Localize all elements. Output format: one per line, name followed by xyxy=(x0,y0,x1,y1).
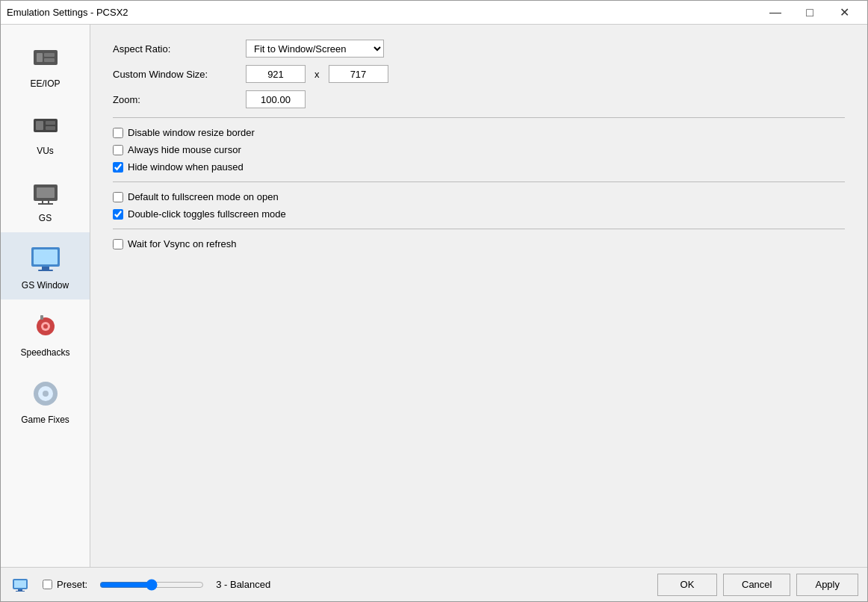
svg-rect-27 xyxy=(16,591,25,592)
close-button[interactable]: ✕ xyxy=(827,1,861,25)
divider-1 xyxy=(113,117,845,118)
divider-2 xyxy=(113,181,845,182)
hide-mouse-label[interactable]: Always hide mouse cursor xyxy=(128,144,241,155)
preset-value: 3 - Balanced xyxy=(216,579,270,590)
sidebar-item-vus[interactable]: VUs xyxy=(1,98,90,165)
vus-icon xyxy=(28,107,63,143)
dblclick-fullscreen-checkbox[interactable] xyxy=(113,209,123,220)
ok-button[interactable]: OK xyxy=(657,574,717,596)
sidebar-label-ee-iop: EE/IOP xyxy=(30,78,60,89)
checkbox-hide-paused: Hide window when paused xyxy=(113,161,845,173)
title-bar: Emulation Settings - PCSX2 — □ ✕ xyxy=(1,1,867,25)
gs-window-icon xyxy=(28,241,63,277)
checkbox-fullscreen-open: Default to fullscreen mode on open xyxy=(113,191,845,202)
content-area: EE/IOP VUs xyxy=(1,25,867,567)
fullscreen-open-label[interactable]: Default to fullscreen mode on open xyxy=(128,191,279,202)
svg-rect-1 xyxy=(37,53,43,62)
apply-button[interactable]: Apply xyxy=(796,574,858,596)
checkbox-hide-mouse: Always hide mouse cursor xyxy=(113,144,845,155)
maximize-button[interactable]: □ xyxy=(793,1,827,25)
svg-rect-5 xyxy=(36,121,43,130)
cancel-button[interactable]: Cancel xyxy=(723,574,790,596)
window-title: Emulation Settings - PCSX2 xyxy=(7,7,758,18)
zoom-label: Zoom: xyxy=(113,94,240,105)
vsync-checkbox[interactable] xyxy=(113,239,123,249)
fullscreen-open-checkbox[interactable] xyxy=(113,192,123,202)
hide-paused-label[interactable]: Hide window when paused xyxy=(128,161,244,173)
window-height-input[interactable] xyxy=(329,65,388,83)
sidebar-item-speedhacks[interactable]: Speedhacks xyxy=(1,300,90,367)
disable-resize-label[interactable]: Disable window resize border xyxy=(128,127,255,138)
svg-rect-7 xyxy=(46,126,55,130)
vsync-label[interactable]: Wait for Vsync on refresh xyxy=(128,238,236,249)
window-width-input[interactable] xyxy=(246,65,306,83)
preset-check-row: Preset: xyxy=(43,579,87,590)
sidebar-item-ee-iop[interactable]: EE/IOP xyxy=(1,31,90,98)
svg-rect-26 xyxy=(18,589,22,591)
window-controls: — □ ✕ xyxy=(758,1,861,25)
svg-rect-25 xyxy=(14,580,26,588)
sidebar-label-gs: GS xyxy=(39,213,52,223)
custom-window-size-row: Custom Window Size: x xyxy=(113,65,845,83)
dblclick-fullscreen-label[interactable]: Double-click toggles fullscreen mode xyxy=(128,208,286,220)
svg-rect-3 xyxy=(44,58,55,62)
sidebar: EE/IOP VUs xyxy=(1,25,90,567)
aspect-ratio-label: Aspect Ratio: xyxy=(113,43,240,55)
hide-paused-checkbox[interactable] xyxy=(113,162,123,173)
size-separator: x xyxy=(314,69,320,80)
preset-slider[interactable] xyxy=(99,579,204,591)
sidebar-label-vus: VUs xyxy=(37,146,54,156)
sidebar-label-speedhacks: Speedhacks xyxy=(20,347,69,358)
svg-rect-20 xyxy=(40,315,43,320)
sidebar-item-gs[interactable]: GS xyxy=(1,165,90,232)
svg-rect-15 xyxy=(42,267,49,270)
sidebar-item-gs-window[interactable]: GS Window xyxy=(1,232,90,300)
main-settings-panel: Aspect Ratio: Fit to Window/Screen 4:3 1… xyxy=(90,25,867,567)
preset-checkbox[interactable] xyxy=(43,580,52,589)
svg-rect-16 xyxy=(38,270,53,271)
game-fixes-icon xyxy=(28,376,63,412)
svg-point-23 xyxy=(43,391,49,397)
main-window: Emulation Settings - PCSX2 — □ ✕ EE/IOP xyxy=(0,0,868,602)
gs-icon xyxy=(28,174,63,210)
aspect-ratio-row: Aspect Ratio: Fit to Window/Screen 4:3 1… xyxy=(113,40,845,58)
svg-rect-2 xyxy=(44,53,55,57)
sidebar-label-game-fixes: Game Fixes xyxy=(21,415,69,425)
ee-iop-icon xyxy=(28,40,63,75)
custom-window-size-label: Custom Window Size: xyxy=(113,69,240,80)
svg-point-19 xyxy=(43,324,48,329)
footer-icon[interactable] xyxy=(10,574,31,595)
zoom-input[interactable] xyxy=(246,90,306,108)
divider-3 xyxy=(113,229,845,229)
preset-label[interactable]: Preset: xyxy=(57,579,87,590)
footer: Preset: 3 - Balanced OK Cancel Apply xyxy=(1,567,867,601)
svg-rect-14 xyxy=(34,249,58,264)
sidebar-item-game-fixes[interactable]: Game Fixes xyxy=(1,367,90,434)
svg-rect-9 xyxy=(37,187,55,198)
speedhacks-icon xyxy=(28,308,63,344)
hide-mouse-checkbox[interactable] xyxy=(113,145,123,155)
svg-rect-6 xyxy=(46,121,55,125)
zoom-row: Zoom: xyxy=(113,90,845,108)
sidebar-label-gs-window: GS Window xyxy=(22,280,69,291)
aspect-ratio-select[interactable]: Fit to Window/Screen 4:3 16:9 Stretch to… xyxy=(246,40,384,58)
checkbox-disable-resize: Disable window resize border xyxy=(113,127,845,138)
minimize-button[interactable]: — xyxy=(758,1,793,25)
disable-resize-checkbox[interactable] xyxy=(113,128,123,138)
checkbox-vsync: Wait for Vsync on refresh xyxy=(113,238,845,249)
checkbox-dblclick-fullscreen: Double-click toggles fullscreen mode xyxy=(113,208,845,220)
